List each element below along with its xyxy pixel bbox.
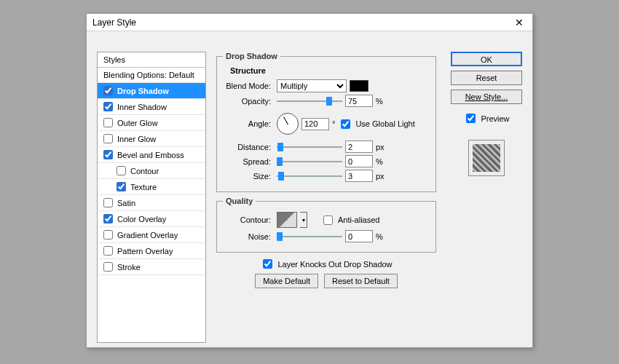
- angle-dial[interactable]: [277, 113, 299, 135]
- knock-out-checkbox[interactable]: [263, 259, 272, 269]
- style-item-gradient-overlay[interactable]: Gradient Overlay: [98, 227, 205, 243]
- style-item-bevel-and-emboss[interactable]: Bevel and Emboss: [98, 147, 205, 163]
- right-buttons: OK Reset New Style... Preview: [451, 52, 522, 176]
- style-checkbox[interactable]: [103, 86, 113, 95]
- noise-label: Noise:: [223, 232, 274, 241]
- style-label: Texture: [130, 183, 157, 191]
- distance-input[interactable]: [345, 141, 373, 153]
- preview-checkbox[interactable]: [466, 114, 476, 123]
- style-label: Inner Glow: [117, 135, 156, 143]
- style-label: Outer Glow: [117, 119, 158, 127]
- size-input[interactable]: [345, 170, 373, 182]
- dialog-body: Styles Blending Options: Default Drop Sh…: [87, 31, 532, 347]
- close-button[interactable]: ✕: [510, 17, 528, 28]
- style-item-texture[interactable]: Texture: [98, 179, 205, 195]
- size-slider[interactable]: [277, 172, 342, 181]
- quality-legend: Quality: [223, 197, 256, 205]
- style-item-pattern-overlay[interactable]: Pattern Overlay: [98, 243, 205, 259]
- style-item-contour[interactable]: Contour: [98, 163, 205, 179]
- style-label: Contour: [130, 167, 159, 175]
- window-title: Layer Style: [92, 17, 136, 28]
- distance-unit: px: [376, 143, 385, 151]
- style-checkbox[interactable]: [103, 214, 113, 223]
- style-checkbox[interactable]: [103, 230, 113, 240]
- contour-dropdown[interactable]: ▾: [300, 212, 307, 228]
- blend-mode-select[interactable]: Multiply: [277, 79, 347, 92]
- titlebar: Layer Style ✕: [87, 14, 532, 31]
- spread-slider[interactable]: [277, 157, 342, 166]
- style-item-outer-glow[interactable]: Outer Glow: [98, 115, 205, 131]
- layer-style-dialog: Layer Style ✕ Styles Blending Options: D…: [86, 13, 533, 348]
- noise-input[interactable]: [345, 230, 373, 242]
- style-label: Drop Shadow: [117, 87, 169, 95]
- size-label: Size:: [223, 172, 274, 181]
- style-item-stroke[interactable]: Stroke: [98, 259, 205, 275]
- settings-main: Drop Shadow Structure Blend Mode: Multip…: [216, 52, 436, 343]
- drop-shadow-fieldset: Drop Shadow Structure Blend Mode: Multip…: [216, 52, 436, 192]
- noise-unit: %: [376, 232, 383, 241]
- use-global-light-label: Use Global Light: [355, 119, 414, 128]
- style-item-inner-glow[interactable]: Inner Glow: [98, 131, 205, 147]
- style-checkbox[interactable]: [103, 118, 113, 127]
- spread-unit: %: [376, 157, 383, 166]
- style-label: Pattern Overlay: [117, 247, 173, 256]
- style-label: Satin: [117, 199, 135, 207]
- angle-input[interactable]: [301, 118, 329, 130]
- preview-label: Preview: [481, 114, 509, 123]
- drop-shadow-legend: Drop Shadow: [223, 52, 280, 60]
- opacity-unit: %: [376, 97, 383, 106]
- quality-fieldset: Quality Contour: ▾ Anti-aliased Noise: %: [216, 197, 436, 253]
- style-label: Gradient Overlay: [117, 231, 178, 240]
- style-label: Bevel and Emboss: [117, 151, 184, 159]
- angle-label: Angle:: [223, 119, 274, 128]
- use-global-light-checkbox[interactable]: [341, 119, 350, 129]
- distance-label: Distance:: [223, 143, 274, 151]
- style-item-drop-shadow[interactable]: Drop Shadow: [98, 83, 205, 99]
- styles-panel: Styles Blending Options: Default Drop Sh…: [97, 52, 206, 343]
- noise-slider[interactable]: [277, 232, 342, 241]
- anti-aliased-checkbox[interactable]: [323, 215, 333, 225]
- style-checkbox[interactable]: [103, 102, 113, 111]
- contour-label: Contour:: [223, 215, 274, 224]
- style-item-inner-shadow[interactable]: Inner Shadow: [98, 99, 205, 115]
- blend-mode-label: Blend Mode:: [223, 82, 274, 90]
- new-style-button[interactable]: New Style...: [451, 90, 522, 104]
- knock-out-label: Layer Knocks Out Drop Shadow: [277, 260, 392, 269]
- angle-unit: °: [332, 119, 335, 128]
- style-checkbox[interactable]: [103, 246, 113, 256]
- contour-picker[interactable]: [277, 212, 297, 228]
- preview-swatch: [468, 140, 505, 176]
- anti-aliased-label: Anti-aliased: [338, 215, 379, 224]
- style-checkbox[interactable]: [103, 262, 113, 272]
- structure-legend: Structure: [230, 66, 430, 75]
- reset-default-button[interactable]: Reset to Default: [324, 274, 398, 288]
- size-unit: px: [376, 172, 385, 181]
- opacity-label: Opacity:: [223, 97, 274, 106]
- opacity-input[interactable]: [345, 95, 373, 107]
- blending-options-label: Blending Options: Default: [103, 71, 194, 79]
- style-label: Stroke: [117, 263, 141, 272]
- styles-header[interactable]: Styles: [98, 52, 205, 68]
- make-default-button[interactable]: Make Default: [255, 274, 318, 288]
- spread-input[interactable]: [345, 155, 373, 167]
- style-label: Color Overlay: [117, 215, 166, 223]
- style-checkbox[interactable]: [117, 182, 126, 191]
- ok-button[interactable]: OK: [451, 52, 522, 66]
- blending-options[interactable]: Blending Options: Default: [98, 68, 205, 83]
- style-checkbox[interactable]: [103, 150, 113, 159]
- style-item-color-overlay[interactable]: Color Overlay: [98, 211, 205, 227]
- opacity-slider[interactable]: [277, 97, 342, 106]
- shadow-color-swatch[interactable]: [350, 80, 368, 92]
- style-label: Inner Shadow: [117, 103, 167, 111]
- style-checkbox[interactable]: [103, 198, 113, 207]
- style-item-satin[interactable]: Satin: [98, 195, 205, 211]
- spread-label: Spread:: [223, 157, 274, 166]
- reset-button[interactable]: Reset: [451, 71, 522, 85]
- style-checkbox[interactable]: [117, 166, 126, 175]
- distance-slider[interactable]: [277, 143, 342, 151]
- style-checkbox[interactable]: [103, 134, 113, 143]
